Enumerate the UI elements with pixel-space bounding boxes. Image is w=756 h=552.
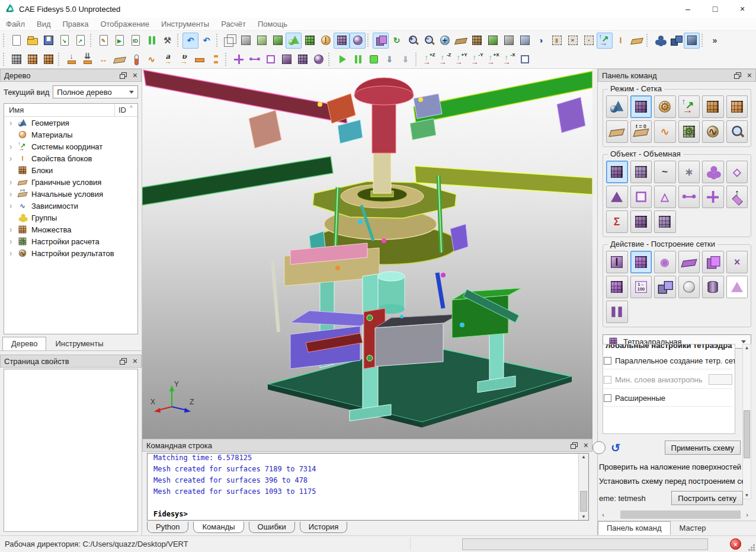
- contour-view-button[interactable]: ◑: [533, 33, 549, 49]
- object-free-elements-button[interactable]: ◇: [726, 161, 748, 183]
- overflow-button[interactable]: »: [707, 33, 723, 49]
- expander-icon[interactable]: ›: [7, 249, 15, 257]
- scroll-up-icon[interactable]: ▲: [581, 454, 586, 460]
- tree-item-boundary-conditions[interactable]: ›Граничные условия: [4, 176, 137, 188]
- displacement-button[interactable]: ↔: [95, 52, 111, 68]
- beam-view-button[interactable]: I: [613, 33, 629, 49]
- min-layers-input[interactable]: [709, 374, 732, 385]
- expander-icon[interactable]: ›: [7, 225, 15, 234]
- maximize-button[interactable]: □: [701, 0, 729, 18]
- object-volume-button[interactable]: [606, 161, 628, 183]
- clip-plane-button[interactable]: [517, 33, 533, 49]
- min-layers-checkbox[interactable]: [604, 376, 611, 384]
- acceleration-button[interactable]: a: [159, 52, 175, 68]
- mode-initial-conditions-button[interactable]: t = 0: [630, 120, 652, 143]
- tree-item-geometry[interactable]: ›Геометрия: [4, 117, 137, 129]
- tree-item-calculation-settings[interactable]: ›⚙Настройки расчета: [4, 235, 137, 247]
- zoom-out-button[interactable]: −: [421, 33, 437, 49]
- action-refine-button[interactable]: [606, 276, 628, 298]
- new-file-button[interactable]: [8, 33, 24, 49]
- scroll-down-icon[interactable]: ▼: [581, 514, 586, 519]
- select-box-small-button[interactable]: ▪: [581, 33, 597, 49]
- mesh-display-button[interactable]: [302, 33, 318, 49]
- object-group-button[interactable]: [702, 161, 724, 183]
- view-plus-x-button[interactable]: +X: [485, 52, 501, 68]
- pick-vertex-button[interactable]: [230, 52, 246, 68]
- tab-python[interactable]: Python: [147, 522, 188, 533]
- console-output[interactable]: Matching time: 6.578125Mesh created for …: [147, 453, 589, 521]
- action-copy-button[interactable]: [702, 251, 724, 273]
- edit-journal-button[interactable]: ✎: [95, 33, 111, 49]
- scroll-thumb[interactable]: [580, 491, 587, 512]
- tree-header[interactable]: Имя ID ^: [4, 104, 137, 117]
- clipped-round-button[interactable]: [592, 441, 606, 454]
- undock-icon[interactable]: [120, 358, 127, 365]
- tab-history[interactable]: История: [300, 522, 347, 533]
- tab-command-panel[interactable]: Панель команд: [598, 521, 671, 535]
- advanced-checkbox[interactable]: [604, 394, 611, 402]
- scroll-thumb[interactable]: [744, 410, 750, 459]
- menu-display[interactable]: Отображение: [94, 18, 155, 30]
- view-minus-z-button[interactable]: -Z: [437, 52, 453, 68]
- node-constraint-button[interactable]: !: [318, 33, 334, 49]
- wireframe-mode-button[interactable]: [222, 33, 238, 49]
- velocity-button[interactable]: υ: [175, 52, 191, 68]
- toolbar-handle[interactable]: [216, 34, 219, 47]
- close-panel-icon[interactable]: ×: [133, 71, 137, 79]
- tree-item-materials[interactable]: Материалы: [4, 129, 137, 141]
- tab-tree[interactable]: Дерево: [2, 337, 46, 350]
- scroll-right-icon[interactable]: ›: [743, 511, 751, 518]
- stop-indicator-icon[interactable]: ×: [730, 538, 741, 550]
- action-intervals-button[interactable]: I: [606, 251, 628, 273]
- object-tetra-button[interactable]: [606, 186, 628, 208]
- pick-mesh-button[interactable]: [294, 52, 310, 68]
- object-sigma-button[interactable]: Σ: [606, 210, 628, 233]
- properties-page[interactable]: [4, 369, 138, 532]
- reset-power-button[interactable]: ↶: [182, 33, 198, 49]
- apply-scheme-button[interactable]: Применить схему: [665, 441, 741, 455]
- spring-button[interactable]: ∿: [143, 52, 159, 68]
- action-columns-button[interactable]: [606, 301, 628, 323]
- action-quality-button[interactable]: ◉: [654, 251, 676, 273]
- open-button[interactable]: [24, 33, 40, 49]
- column-name[interactable]: Имя: [4, 104, 115, 116]
- tree-item-result-settings[interactable]: ›∿Настройки результатов: [4, 247, 137, 259]
- object-curve-button[interactable]: ~: [654, 161, 676, 183]
- expander-icon[interactable]: ›: [7, 142, 15, 151]
- object-beam-mesh-button[interactable]: [630, 210, 652, 233]
- tree-item-sets[interactable]: ›Множества: [4, 224, 137, 235]
- expander-icon[interactable]: ›: [7, 119, 15, 127]
- mode-mesh-button[interactable]: [630, 95, 652, 118]
- menu-file[interactable]: Файл: [0, 18, 31, 30]
- mode-sets-button[interactable]: [726, 95, 748, 118]
- reset-scheme-icon[interactable]: ↺: [611, 442, 620, 454]
- tree-item-dependencies[interactable]: ›∿Зависимости: [4, 200, 137, 212]
- action-smooth-button[interactable]: [678, 251, 700, 273]
- undock-icon[interactable]: [734, 72, 741, 79]
- toolbar-handle[interactable]: [58, 53, 61, 66]
- viewport-3d[interactable]: Y X Z: [142, 69, 592, 439]
- view-minus-y-button[interactable]: -Y: [469, 52, 485, 68]
- pick-sphere-button[interactable]: [310, 52, 326, 68]
- action-convert-button[interactable]: [654, 276, 676, 298]
- surface-normal-button[interactable]: [629, 33, 645, 49]
- close-button[interactable]: ×: [729, 0, 756, 18]
- check-overlap-button[interactable]: Проверить на наложение поверхностей: [599, 462, 743, 471]
- parallel-mesh-checkbox[interactable]: [604, 357, 611, 365]
- volume-view-button[interactable]: [485, 33, 501, 49]
- transparent-mode-button[interactable]: [254, 33, 270, 49]
- select-box-solid-button[interactable]: ▮: [549, 33, 565, 49]
- hiddenline-mode-button[interactable]: [238, 33, 254, 49]
- minimize-button[interactable]: –: [674, 0, 701, 18]
- pick-surface-button[interactable]: [262, 52, 278, 68]
- view-iso-button[interactable]: [517, 52, 533, 68]
- expander-icon[interactable]: ›: [7, 190, 15, 198]
- force-button[interactable]: ↓: [63, 52, 79, 68]
- mode-boundary-conditions-button[interactable]: [606, 120, 628, 143]
- tab-errors[interactable]: Ошибки: [249, 522, 295, 533]
- undock-icon[interactable]: [120, 72, 127, 79]
- object-surface-button[interactable]: [630, 161, 652, 183]
- expander-icon[interactable]: ›: [7, 154, 15, 162]
- tab-tools[interactable]: Инструменты: [46, 337, 112, 350]
- pressure-button[interactable]: ⇊: [79, 52, 95, 68]
